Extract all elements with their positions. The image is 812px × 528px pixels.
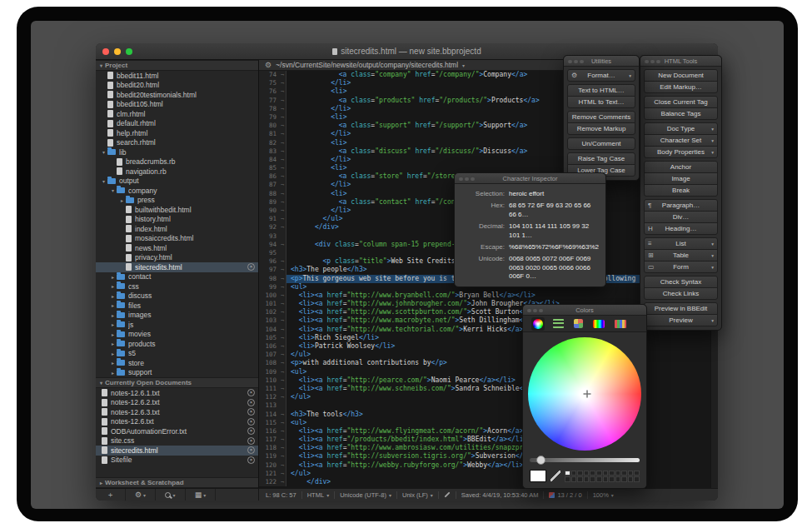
palette-button[interactable]: Remove Markup <box>567 122 635 135</box>
palette-button[interactable]: Edit Markup… <box>644 81 718 93</box>
wheel-picker-tab[interactable] <box>531 317 545 331</box>
palette-button[interactable]: ▭Form▾ <box>644 261 718 273</box>
palette-button[interactable]: Preview▾ <box>644 314 718 326</box>
code-line[interactable]: 117¬ <li><a href="/products/bbedit/index… <box>259 436 718 444</box>
close-icon[interactable]: × <box>247 408 255 416</box>
palette-button[interactable]: ⚙Format…▾ <box>567 69 635 82</box>
disclosure-triangle-icon[interactable]: ▸ <box>109 283 117 289</box>
color-swatch[interactable] <box>615 476 621 482</box>
project-section-header[interactable]: ▾ Project <box>96 60 258 71</box>
tree-item[interactable]: sitecredits.html× <box>96 262 258 272</box>
code-line[interactable]: 122¬ </div> <box>259 478 718 486</box>
color-swatch[interactable] <box>584 471 590 476</box>
palette-button[interactable]: Div… <box>644 211 718 223</box>
tree-item[interactable]: history.html <box>96 215 258 225</box>
color-swatch[interactable] <box>621 476 627 482</box>
open-document-item[interactable]: notes-12.6.txt× <box>96 417 258 427</box>
crayons-picker-tab[interactable] <box>613 318 628 330</box>
disclosure-triangle-icon[interactable]: ▾ <box>100 149 107 155</box>
palette-button[interactable]: Check Syntax <box>644 276 718 288</box>
disclosure-triangle-icon[interactable]: ▸ <box>109 274 117 280</box>
color-swatch[interactable] <box>628 476 634 482</box>
eyedropper-icon[interactable] <box>550 471 560 481</box>
disclosure-triangle-icon[interactable]: ▸ <box>109 370 117 376</box>
disclosure-triangle-icon[interactable]: ▸ <box>109 293 117 299</box>
disclosure-triangle-icon[interactable]: ▾ <box>100 62 102 68</box>
code-line[interactable]: 116¬ <li><a href="http://www.flyingmeat.… <box>259 427 718 436</box>
fold-marker-icon[interactable]: ¬ <box>279 223 286 232</box>
color-swatch[interactable] <box>603 476 609 482</box>
fold-marker-icon[interactable]: ¬ <box>279 139 286 147</box>
palette-titlebar[interactable]: HTML Tools <box>640 56 721 67</box>
fold-marker-icon[interactable]: ¬ <box>279 198 286 207</box>
tree-item[interactable]: news.html <box>96 243 258 253</box>
code-line[interactable]: 112¬</ul> <box>259 393 718 401</box>
disclosure-triangle-icon[interactable]: ▸ <box>109 351 117 356</box>
encoding-menu[interactable]: Unicode (UTF-8)▾ <box>340 491 391 499</box>
palette-button[interactable]: HTML to Text… <box>567 96 635 108</box>
fold-marker-icon[interactable]: ¬ <box>279 130 286 138</box>
color-swatch[interactable] <box>571 476 577 482</box>
color-swatch[interactable] <box>609 471 615 476</box>
brightness-slider[interactable] <box>530 458 640 462</box>
tree-item[interactable]: navigation.rb <box>96 167 258 177</box>
palette-titlebar[interactable]: Colors <box>523 305 646 316</box>
palette-button[interactable]: HHeading… <box>644 222 718 235</box>
palette-button[interactable]: New Document <box>644 69 718 82</box>
palette-titlebar[interactable]: Character Inspector <box>455 173 605 184</box>
fold-marker-icon[interactable]: ¬ <box>279 359 286 367</box>
zoom-menu[interactable]: 100%▾ <box>593 491 614 499</box>
disclosure-triangle-icon[interactable]: ▸ <box>118 197 126 203</box>
fold-marker-icon[interactable]: ¬ <box>279 452 286 461</box>
color-wheel[interactable] <box>528 337 641 451</box>
language-menu[interactable]: HTML▾ <box>307 491 329 499</box>
tree-item[interactable]: search.rhtml <box>96 138 258 148</box>
open-document-item[interactable]: ODBAutomationError.txt× <box>96 426 258 436</box>
fold-marker-icon[interactable]: ¬ <box>279 351 286 359</box>
tree-item[interactable]: ▸press <box>96 196 258 206</box>
slider-knob[interactable] <box>536 456 545 465</box>
tree-item[interactable]: default.rhtml <box>96 119 258 129</box>
fold-marker-icon[interactable]: ¬ <box>279 207 286 215</box>
open-document-item[interactable]: site.css× <box>96 436 258 446</box>
code-line[interactable]: 111¬ <li><a href="http://www.schneibs.co… <box>259 385 718 393</box>
tree-item[interactable]: help.rhtml <box>96 128 258 138</box>
palette-picker-tab[interactable] <box>572 317 585 330</box>
palette-button[interactable]: Doc Type▾ <box>644 122 718 135</box>
fold-marker-icon[interactable]: ¬ <box>279 385 286 393</box>
palette-close-icon[interactable] <box>645 60 660 64</box>
minimize-window-button[interactable] <box>114 48 121 55</box>
fold-marker-icon[interactable]: ¬ <box>279 113 286 122</box>
code-line[interactable]: 110¬ <li><a href="http://pearce.com/">Na… <box>259 376 718 385</box>
palette-button[interactable]: Character Set▾ <box>644 134 718 147</box>
color-swatch[interactable] <box>615 471 621 476</box>
code-line[interactable]: 107¬</ul> <box>259 351 718 359</box>
tree-item[interactable]: ▸discuss <box>96 291 258 301</box>
fold-marker-icon[interactable]: ¬ <box>279 79 286 87</box>
line-endings-menu[interactable]: Unix (LF)▾ <box>402 491 433 499</box>
code-line[interactable]: 108¬<p>with additional contributions by<… <box>259 359 718 367</box>
color-swatch[interactable] <box>628 471 634 476</box>
fold-marker-icon[interactable]: ¬ <box>279 241 286 249</box>
fold-marker-icon[interactable]: ¬ <box>279 190 286 198</box>
fold-marker-icon[interactable]: ¬ <box>279 342 286 351</box>
color-wheel-crosshair[interactable] <box>583 391 590 398</box>
fold-marker-icon[interactable]: ¬ <box>279 172 286 181</box>
zoom-window-button[interactable] <box>126 48 132 55</box>
issue-counts[interactable]: 13 / 2 / 0 <box>549 491 581 499</box>
palette-button[interactable]: ¶Paragraph… <box>644 199 718 212</box>
fold-marker-icon[interactable]: ¬ <box>279 444 286 452</box>
color-swatch[interactable] <box>596 471 602 476</box>
tree-item[interactable]: bbedit20testimonials.html <box>96 90 258 100</box>
tree-item[interactable]: bbedit11.html <box>96 71 258 81</box>
fold-marker-icon[interactable]: ¬ <box>279 411 286 419</box>
fold-marker-icon[interactable]: ¬ <box>279 300 286 308</box>
disclosure-triangle-icon[interactable]: ▸ <box>109 321 117 327</box>
fold-marker-icon[interactable]: ¬ <box>279 316 286 325</box>
fold-marker-icon[interactable]: ¬ <box>279 122 286 130</box>
code-line[interactable]: 121¬</ul> <box>259 470 718 478</box>
fold-marker-icon[interactable]: ¬ <box>279 97 286 105</box>
color-swatch[interactable] <box>603 471 609 476</box>
code-line[interactable]: 118¬ <li><a href="http://www.ambrosiasw.… <box>259 444 718 452</box>
sliders-picker-tab[interactable] <box>551 317 565 330</box>
